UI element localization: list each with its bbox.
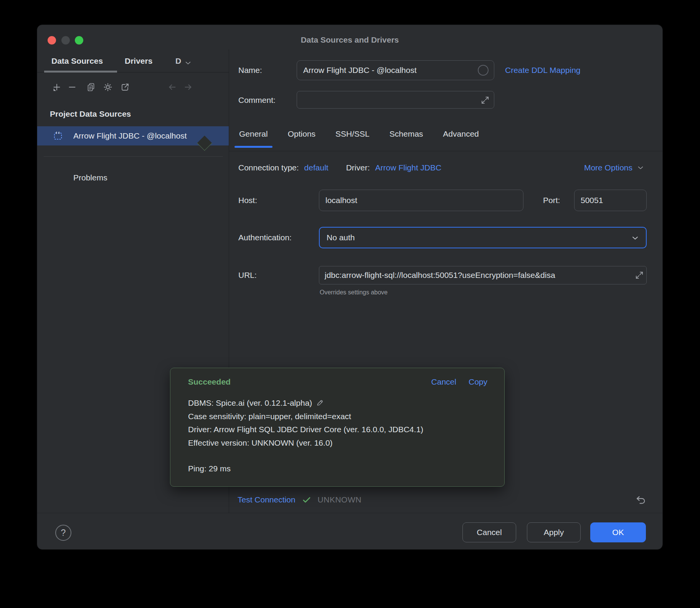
cancel-button[interactable]: Cancel	[462, 522, 516, 542]
data-source-label: Arrow Flight JDBC - @localhost	[73, 126, 187, 145]
settings-tabs: General Options SSH/SSL Schemas Advanced	[239, 129, 479, 141]
gear-icon[interactable]	[103, 83, 112, 92]
test-connection-link[interactable]: Test Connection	[238, 495, 296, 504]
ping-line: Ping: 29 ms	[188, 462, 423, 476]
driver-label: Driver:	[346, 163, 370, 172]
tab-data-sources[interactable]: Data Sources	[51, 56, 103, 66]
host-input[interactable]: localhost	[319, 190, 523, 211]
authentication-select[interactable]: No auth	[319, 227, 647, 248]
url-hint: Overrides settings above	[320, 289, 388, 296]
tab-drivers[interactable]: Drivers	[125, 56, 152, 66]
check-icon	[302, 495, 312, 505]
test-status: UNKNOWN	[318, 495, 362, 504]
sidebar-section-divider	[44, 156, 223, 157]
host-value: localhost	[319, 190, 523, 211]
help-glyph: ?	[61, 528, 66, 538]
open-in-new-icon[interactable]	[121, 83, 130, 92]
window-title: Data Sources and Drivers	[37, 35, 662, 45]
active-tab-underline	[44, 71, 117, 73]
port-value: 50051	[575, 190, 646, 211]
data-sources-dialog: Data Sources and Drivers Data Sources Dr…	[37, 25, 663, 550]
chevron-down-icon	[636, 164, 645, 172]
spinner-icon	[478, 65, 489, 76]
tab-schemas[interactable]: Schemas	[390, 129, 423, 141]
popup-cancel-link[interactable]: Cancel	[431, 377, 456, 387]
undo-icon[interactable]	[635, 494, 647, 506]
connection-type-row: Connection type: default Driver: Arrow F…	[238, 163, 441, 172]
add-icon[interactable]	[52, 83, 61, 92]
expand-icon[interactable]	[634, 270, 644, 280]
tab-ssh-ssl[interactable]: SSH/SSL	[335, 129, 370, 141]
more-options-label[interactable]: More Options	[584, 163, 632, 172]
sidebar-item-problems[interactable]: Problems	[73, 173, 107, 182]
popup-details: DBMS: Spice.ai (ver. 0.12.1-alpha) Case …	[188, 397, 423, 476]
ok-button[interactable]: OK	[590, 522, 646, 542]
name-input[interactable]: Arrow Flight JDBC - @localhost	[297, 60, 494, 80]
dbms-line: DBMS: Spice.ai (ver. 0.12.1-alpha)	[188, 397, 423, 410]
test-connection-popup: Succeeded Cancel Copy DBMS: Spice.ai (ve…	[170, 368, 505, 487]
tab-ddl-truncated[interactable]: D	[175, 56, 181, 66]
back-arrow-icon	[168, 83, 177, 92]
screen: Data Sources and Drivers Data Sources Dr…	[0, 0, 700, 608]
driver-line: Driver: Arrow Flight SQL JDBC Driver Cor…	[188, 423, 423, 436]
name-value: Arrow Flight JDBC - @localhost	[297, 61, 494, 80]
chevron-down-icon[interactable]	[184, 59, 192, 67]
comment-label: Comment:	[238, 96, 276, 105]
edit-pencil-icon[interactable]	[316, 399, 324, 407]
data-source-icon	[53, 131, 63, 141]
name-label: Name:	[238, 66, 262, 75]
effective-version-line: Effective version: UNKNOWN (ver. 16.0)	[188, 436, 423, 450]
url-value: jdbc:arrow-flight-sql://localhost:50051?…	[319, 266, 646, 284]
popup-actions: Cancel Copy	[431, 377, 487, 387]
apply-button[interactable]: Apply	[527, 522, 581, 542]
status-succeeded: Succeeded	[188, 377, 231, 387]
chevron-down-icon	[631, 233, 640, 243]
popup-copy-link[interactable]: Copy	[469, 377, 487, 387]
tab-options[interactable]: Options	[288, 129, 315, 141]
remove-icon[interactable]	[68, 83, 77, 92]
authentication-label: Authentication:	[238, 233, 292, 242]
help-icon[interactable]: ?	[55, 525, 71, 541]
authentication-value: No auth	[320, 228, 646, 248]
connection-type-value[interactable]: default	[304, 163, 329, 172]
comment-input[interactable]	[297, 91, 494, 109]
url-label: URL:	[238, 271, 257, 280]
footer-divider	[37, 513, 663, 513]
host-label: Host:	[238, 196, 257, 205]
driver-value[interactable]: Arrow Flight JDBC	[375, 163, 442, 172]
duplicate-icon[interactable]	[86, 83, 96, 92]
tab-general[interactable]: General	[239, 129, 268, 141]
case-sensitivity-line: Case sensitivity: plain=upper, delimited…	[188, 410, 423, 423]
url-input[interactable]: jdbc:arrow-flight-sql://localhost:50051?…	[319, 266, 647, 284]
dbms-text: DBMS: Spice.ai (ver. 0.12.1-alpha)	[188, 398, 312, 407]
port-label: Port:	[543, 196, 560, 205]
connection-type-label: Connection type:	[238, 163, 299, 172]
expand-icon[interactable]	[480, 95, 490, 105]
forward-arrow-icon	[183, 83, 193, 92]
more-options[interactable]: More Options	[584, 163, 645, 172]
test-connection-row: Test Connection UNKNOWN	[238, 495, 362, 505]
create-ddl-mapping-link[interactable]: Create DDL Mapping	[505, 66, 581, 75]
tabs-divider	[229, 151, 663, 151]
project-data-sources-heading: Project Data Sources	[50, 109, 131, 119]
tab-advanced[interactable]: Advanced	[443, 129, 479, 141]
port-input[interactable]: 50051	[574, 190, 647, 211]
